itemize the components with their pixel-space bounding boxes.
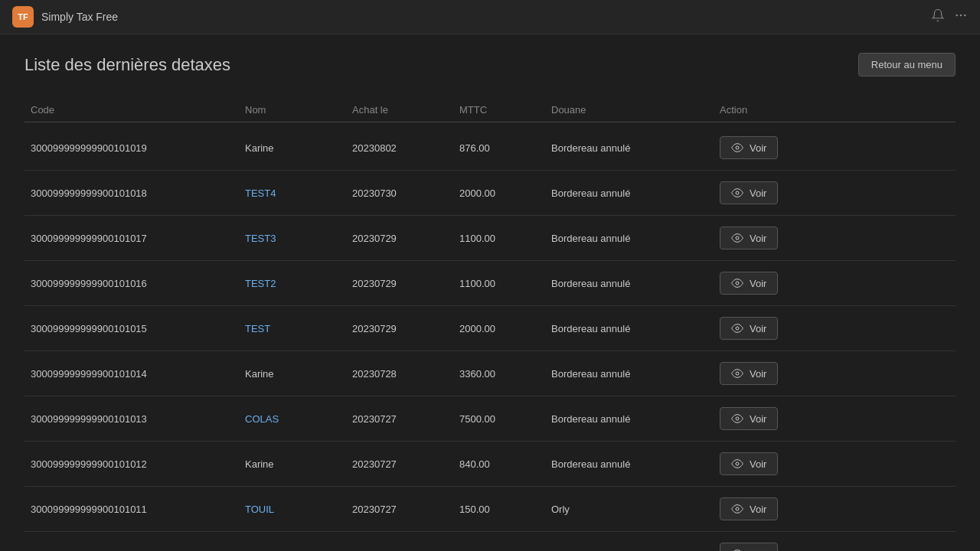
- voir-button[interactable]: Voir: [720, 272, 778, 295]
- voir-button[interactable]: Voir: [720, 452, 778, 475]
- cell-code: 300099999999900101011: [24, 504, 239, 515]
- app-header: TF Simply Tax Free: [0, 0, 980, 34]
- eye-icon: [731, 548, 743, 551]
- voir-label: Voir: [750, 187, 766, 199]
- voir-button[interactable]: Voir: [720, 317, 778, 340]
- table-row: 300099999999900101010 TOUIL 20230727 150…: [24, 532, 956, 551]
- svg-point-6: [736, 282, 739, 285]
- cell-mttc: 150.00: [453, 504, 545, 515]
- more-icon[interactable]: [954, 8, 968, 25]
- cell-nom: TEST3: [239, 233, 346, 244]
- cell-douane: Bordereau annulé: [545, 368, 714, 380]
- voir-button[interactable]: Voir: [720, 497, 778, 520]
- svg-point-11: [736, 507, 739, 510]
- voir-button[interactable]: Voir: [720, 407, 778, 430]
- cell-code: 300099999999900101013: [24, 413, 239, 425]
- page-header: Liste des dernières detaxes Retour au me…: [24, 53, 956, 77]
- cell-code: 300099999999900101015: [24, 323, 239, 334]
- col-header-action: Action: [714, 104, 836, 116]
- cell-action: Voir: [714, 452, 836, 475]
- svg-point-4: [736, 191, 739, 194]
- cell-douane: Orly: [545, 549, 714, 552]
- voir-label: Voir: [750, 368, 766, 380]
- voir-button[interactable]: Voir: [720, 543, 778, 551]
- cell-action: Voir: [714, 362, 836, 385]
- cell-douane: Orly: [545, 504, 714, 515]
- cell-douane: Bordereau annulé: [545, 233, 714, 244]
- cell-mttc: 876.00: [453, 142, 545, 154]
- cell-douane: Bordereau annulé: [545, 187, 714, 199]
- voir-button[interactable]: Voir: [720, 227, 778, 249]
- svg-point-9: [736, 417, 739, 420]
- voir-label: Voir: [750, 549, 766, 552]
- cell-douane: Bordereau annulé: [545, 142, 714, 154]
- main-content: Liste des dernières detaxes Retour au me…: [0, 34, 980, 551]
- table-row: 300099999999900101018 TEST4 20230730 200…: [24, 171, 956, 216]
- app-logo: TF: [12, 6, 34, 28]
- cell-mttc: 150.00: [453, 549, 545, 552]
- page-title: Liste des dernières detaxes: [24, 55, 230, 75]
- cell-action: Voir: [714, 136, 836, 159]
- cell-action: Voir: [714, 181, 836, 204]
- col-header-code: Code: [24, 104, 239, 116]
- table-row: 300099999999900101015 TEST 20230729 2000…: [24, 306, 956, 351]
- cell-nom: COLAS: [239, 413, 346, 425]
- back-to-menu-button[interactable]: Retour au menu: [858, 53, 956, 77]
- svg-point-1: [960, 15, 962, 16]
- col-header-douane: Douane: [545, 104, 714, 116]
- cell-action: Voir: [714, 497, 836, 520]
- eye-icon: [731, 187, 743, 199]
- cell-action: Voir: [714, 543, 836, 551]
- cell-achat: 20230729: [346, 278, 453, 289]
- voir-button[interactable]: Voir: [720, 181, 778, 204]
- svg-point-0: [956, 15, 958, 16]
- cell-code: 300099999999900101014: [24, 368, 239, 380]
- cell-nom: Karine: [239, 368, 346, 380]
- bell-icon[interactable]: [931, 8, 945, 25]
- eye-icon: [731, 412, 743, 425]
- cell-achat: 20230728: [346, 368, 453, 380]
- cell-nom: TEST: [239, 323, 346, 334]
- cell-nom: TEST4: [239, 187, 346, 199]
- voir-label: Voir: [750, 142, 766, 154]
- table-row: 300099999999900101012 Karine 20230727 84…: [24, 442, 956, 487]
- cell-nom: Karine: [239, 458, 346, 470]
- table-row: 300099999999900101013 COLAS 20230727 750…: [24, 396, 956, 442]
- svg-point-10: [736, 462, 739, 465]
- cell-achat: 20230727: [346, 458, 453, 470]
- detaxes-table: Code Nom Achat le MTTC Douane Action 300…: [24, 98, 956, 551]
- cell-mttc: 1100.00: [453, 278, 545, 289]
- cell-code: 300099999999900101017: [24, 233, 239, 244]
- svg-point-3: [736, 146, 739, 149]
- voir-button[interactable]: Voir: [720, 136, 778, 159]
- cell-mttc: 840.00: [453, 458, 545, 470]
- eye-icon: [731, 367, 743, 380]
- voir-label: Voir: [750, 323, 766, 334]
- cell-nom: TEST2: [239, 278, 346, 289]
- voir-label: Voir: [750, 233, 766, 244]
- cell-douane: Bordereau annulé: [545, 413, 714, 425]
- voir-button[interactable]: Voir: [720, 362, 778, 385]
- app-title: Simply Tax Free: [41, 11, 118, 23]
- cell-achat: 20230727: [346, 413, 453, 425]
- svg-point-5: [736, 236, 739, 240]
- cell-code: 300099999999900101019: [24, 142, 239, 154]
- cell-mttc: 2000.00: [453, 323, 545, 334]
- cell-action: Voir: [714, 227, 836, 249]
- cell-mttc: 7500.00: [453, 413, 545, 425]
- cell-achat: 20230727: [346, 504, 453, 515]
- svg-point-2: [965, 15, 966, 16]
- svg-point-7: [736, 327, 739, 330]
- header-left: TF Simply Tax Free: [12, 6, 118, 28]
- cell-nom: Karine: [239, 142, 346, 154]
- eye-icon: [731, 458, 743, 470]
- cell-achat: 20230730: [346, 187, 453, 199]
- logo-text: TF: [18, 12, 28, 21]
- col-header-achat: Achat le: [346, 104, 453, 116]
- cell-nom: TOUIL: [239, 549, 346, 552]
- svg-point-8: [736, 372, 739, 375]
- eye-icon: [731, 277, 743, 289]
- table-header: Code Nom Achat le MTTC Douane Action: [24, 98, 956, 122]
- cell-mttc: 3360.00: [453, 368, 545, 380]
- eye-icon: [731, 232, 743, 244]
